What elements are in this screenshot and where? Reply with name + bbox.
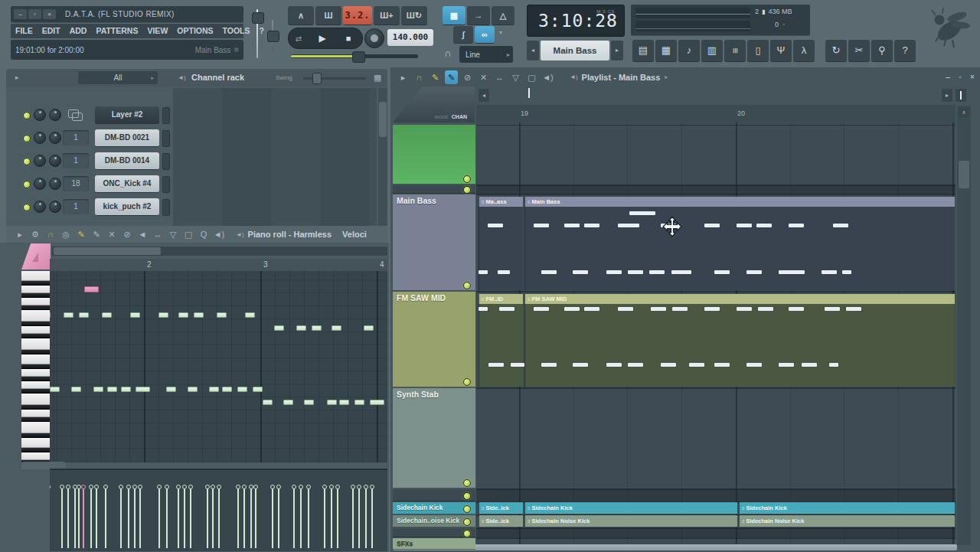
channel-led[interactable] <box>23 112 31 119</box>
project-browser-button[interactable]: ▯ <box>747 40 769 62</box>
slice-tool-icon[interactable]: ◄ <box>136 227 149 241</box>
tools-wrench-icon[interactable]: ⚙ <box>29 227 41 241</box>
menu-item-file[interactable]: FILE <box>11 24 38 38</box>
velocity-stick[interactable] <box>278 488 279 548</box>
piano-note[interactable] <box>370 400 384 405</box>
piano-note[interactable] <box>274 325 284 331</box>
menu-item-edit[interactable]: EDIT <box>38 24 65 38</box>
piano-note[interactable] <box>50 387 60 392</box>
piano-note[interactable] <box>121 387 131 392</box>
velocity-stick[interactable] <box>300 488 302 548</box>
white-key[interactable] <box>21 338 50 350</box>
channel-target-badge[interactable]: 1 <box>63 199 89 214</box>
master-volume-slider[interactable] <box>252 12 264 24</box>
options-arrow-icon[interactable]: ▸ <box>14 227 26 241</box>
rack-scrollbar-thumb[interactable] <box>379 102 387 137</box>
plugin-picker-button[interactable]: Ψ <box>770 40 792 62</box>
preview-icon[interactable]: ◄) <box>213 227 225 241</box>
white-key[interactable] <box>21 298 50 305</box>
piano-note[interactable] <box>312 325 322 331</box>
channel-button[interactable]: kick_puch #2 <box>95 198 159 216</box>
undo-button[interactable]: ↻ <box>825 40 847 62</box>
track-led[interactable] <box>463 378 471 386</box>
channel-volume-knob[interactable] <box>49 109 61 121</box>
pattern-prev-button[interactable]: ◂ <box>527 41 539 60</box>
slip-tool-icon[interactable]: ↔ <box>152 227 164 241</box>
piano-note[interactable] <box>194 312 204 318</box>
pattern-next-button[interactable]: ▸ <box>611 41 623 60</box>
channel-volume-knob[interactable] <box>49 178 61 190</box>
clip-label-bar[interactable]: ≡Side..ick <box>479 515 523 527</box>
rack-scrollbar[interactable] <box>378 88 387 226</box>
velocity-stick[interactable] <box>331 488 332 548</box>
white-key[interactable] <box>21 381 50 389</box>
mute-tool-icon[interactable]: ⊘ <box>121 227 133 241</box>
channel-button[interactable]: DM-BD 0014 <box>95 152 159 170</box>
channel-led[interactable] <box>23 158 31 165</box>
channel-button[interactable]: Layer #2 <box>95 106 159 124</box>
piano-note[interactable] <box>64 312 74 318</box>
piano-note[interactable] <box>79 312 89 318</box>
velocity-stick[interactable] <box>207 488 208 548</box>
shuffle-slider-handle[interactable] <box>352 51 365 63</box>
track-led[interactable] <box>463 479 471 487</box>
browser-button[interactable]: ▥ <box>701 40 723 62</box>
piano-note[interactable] <box>188 387 198 392</box>
track-header[interactable]: Synth Stab <box>393 388 475 488</box>
track-header[interactable] <box>393 125 475 185</box>
piano-note[interactable] <box>354 400 364 405</box>
clip-label-bar[interactable]: ≡Side..ick <box>479 502 523 514</box>
velocity-stick[interactable] <box>255 488 256 548</box>
piano-note[interactable] <box>263 400 273 405</box>
piano-note[interactable] <box>253 387 263 392</box>
track-led[interactable] <box>463 175 471 183</box>
velocity-stick[interactable] <box>120 488 122 548</box>
piano-note[interactable] <box>332 325 341 331</box>
piano-note[interactable] <box>209 387 219 392</box>
channel-pan-knob[interactable] <box>34 132 46 144</box>
clip-label-bar[interactable]: ≡Sidechain Noise Kick <box>739 515 955 527</box>
piano-note[interactable] <box>107 387 117 392</box>
track-led[interactable] <box>463 505 471 513</box>
time-display-panel[interactable]: 3:10:28 M:S:CS <box>527 5 625 37</box>
draw-tool-icon[interactable]: ✎ <box>75 227 87 241</box>
white-key[interactable] <box>21 422 50 433</box>
link-button[interactable]: ∞ <box>475 26 495 44</box>
velocity-stick[interactable] <box>90 488 92 548</box>
paint-tool-icon[interactable]: ✎ <box>445 70 458 84</box>
velocity-stick[interactable] <box>67 488 69 548</box>
rack-grid-icon[interactable]: ▦ <box>374 73 381 83</box>
typematic-display[interactable]: 3.2. <box>343 6 372 25</box>
track-header[interactable]: FM SAW MID <box>393 292 475 387</box>
track-header[interactable]: Sidechain Kick <box>393 502 475 514</box>
clip-label-bar[interactable]: ≡Main Bass <box>524 197 955 207</box>
velocity-stick[interactable] <box>237 488 239 548</box>
mute-tool-icon[interactable]: ✕ <box>477 70 490 84</box>
typing-to-piano-button[interactable]: ▦ <box>443 6 466 25</box>
countdown-button[interactable]: ∫ <box>453 26 473 44</box>
track-led[interactable] <box>463 492 471 500</box>
channel-volume-knob[interactable] <box>49 155 61 167</box>
channel-pan-knob[interactable] <box>34 201 46 213</box>
piano-note[interactable] <box>130 312 140 318</box>
velocity-stick[interactable] <box>166 488 168 548</box>
track-led[interactable] <box>463 282 471 289</box>
pl-scroll-up-button[interactable]: ∧ <box>959 107 969 117</box>
playlist-minimize-icon[interactable]: – <box>942 73 954 81</box>
delete-tool-icon[interactable]: ⊘ <box>461 70 474 84</box>
white-key[interactable] <box>21 354 50 364</box>
slip-tool-icon[interactable]: ↔ <box>493 70 506 84</box>
track-header[interactable]: Main Bass <box>393 194 475 291</box>
channel-target-badge[interactable]: 18 <box>63 176 89 191</box>
piano-note[interactable] <box>339 400 349 405</box>
clip-content[interactable] <box>524 304 955 387</box>
channel-volume-knob[interactable] <box>49 201 61 213</box>
loop-mode-button[interactable]: ⇄ <box>289 34 309 43</box>
record-audio-button[interactable]: ⚲ <box>871 40 893 62</box>
pr-velocity-pane[interactable] <box>50 469 387 551</box>
blend-notes-icon[interactable]: Ш+ <box>374 6 400 25</box>
zoom-tool-icon[interactable]: ▢ <box>525 70 538 84</box>
velocity-stick[interactable] <box>74 488 76 548</box>
velocity-stick[interactable] <box>337 488 338 548</box>
track-header[interactable]: Sidechain..oise Kick <box>393 515 475 528</box>
